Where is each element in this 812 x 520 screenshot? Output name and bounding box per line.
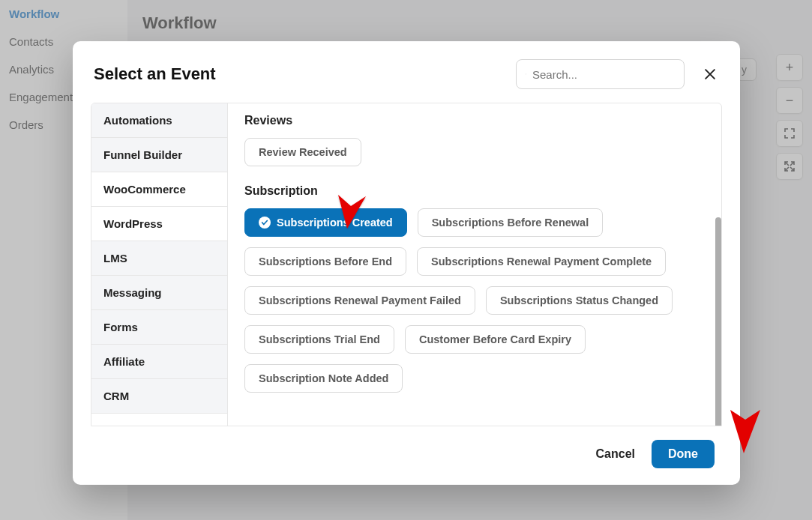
select-event-modal: Select an Event Automations Funnel Build… (73, 41, 740, 485)
event-subscriptions-renewal-payment-complete[interactable]: Subscriptions Renewal Payment Complete (417, 247, 666, 276)
event-subscriptions-before-end[interactable]: Subscriptions Before End (244, 247, 406, 276)
category-affiliate[interactable]: Affiliate (91, 345, 227, 379)
modal-header: Select an Event (73, 41, 740, 103)
check-icon (259, 217, 271, 229)
scrollbar-thumb[interactable] (715, 217, 721, 426)
event-label: Subscriptions Created (277, 217, 393, 229)
category-list: Automations Funnel Builder WooCommerce W… (91, 103, 228, 426)
close-icon (703, 67, 718, 82)
event-customer-before-card-expiry[interactable]: Customer Before Card Expiry (405, 325, 586, 354)
event-subscriptions-status-changed[interactable]: Subscriptions Status Changed (486, 286, 673, 315)
modal-title: Select an Event (94, 64, 216, 84)
search-input[interactable] (532, 68, 675, 81)
search-box[interactable] (516, 59, 685, 89)
category-lms[interactable]: LMS (91, 241, 227, 276)
modal-body: Automations Funnel Builder WooCommerce W… (91, 103, 722, 426)
category-wordpress[interactable]: WordPress (91, 207, 227, 241)
event-subscriptions-trial-end[interactable]: Subscriptions Trial End (244, 325, 394, 354)
category-filler (91, 414, 227, 426)
section-reviews-title: Reviews (244, 114, 705, 127)
event-subscriptions-created[interactable]: Subscriptions Created (244, 208, 407, 237)
event-subscriptions-renewal-payment-failed[interactable]: Subscriptions Renewal Payment Failed (244, 286, 475, 315)
category-woocommerce[interactable]: WooCommerce (91, 172, 227, 207)
category-messaging[interactable]: Messaging (91, 276, 227, 310)
event-panel[interactable]: Reviews Review Received Subscription Sub… (228, 103, 721, 426)
section-subscription-title: Subscription (244, 184, 705, 198)
modal-footer: Cancel Done (73, 426, 740, 485)
close-button[interactable] (701, 65, 719, 83)
event-subscriptions-before-renewal[interactable]: Subscriptions Before Renewal (418, 208, 604, 237)
event-review-received[interactable]: Review Received (244, 138, 361, 166)
cancel-button[interactable]: Cancel (596, 447, 635, 461)
category-automations[interactable]: Automations (91, 103, 227, 138)
search-icon (526, 67, 526, 81)
category-crm[interactable]: CRM (91, 379, 227, 414)
category-funnel-builder[interactable]: Funnel Builder (91, 138, 227, 172)
done-button[interactable]: Done (652, 440, 715, 468)
category-forms[interactable]: Forms (91, 310, 227, 345)
event-subscription-note-added[interactable]: Subscription Note Added (244, 364, 403, 393)
